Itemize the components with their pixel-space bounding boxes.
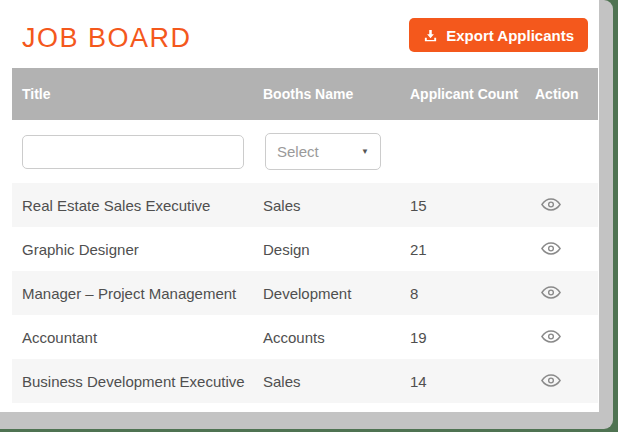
cell-count: 21 <box>400 241 525 258</box>
cell-action <box>525 197 598 214</box>
table-row: Real Estate Sales Executive Sales 15 <box>12 183 598 227</box>
cell-booth: Accounts <box>253 329 400 346</box>
cell-booth: Development <box>253 285 400 302</box>
page-title: JOB BOARD <box>22 18 192 54</box>
download-icon <box>423 28 438 43</box>
eye-icon <box>541 198 561 211</box>
column-header-booths-name: Booths Name <box>253 86 400 102</box>
table-row: Business Development Executive Sales 14 <box>12 359 598 403</box>
cell-booth: Sales <box>253 373 400 390</box>
table-row: Manager – Project Management Development… <box>12 271 598 315</box>
cell-action <box>525 241 598 258</box>
cell-count: 19 <box>400 329 525 346</box>
cell-title: Real Estate Sales Executive <box>12 197 253 214</box>
view-applicants-button[interactable] <box>541 374 561 387</box>
column-header-action: Action <box>525 86 598 102</box>
job-table: Title Booths Name Applicant Count Action… <box>12 68 598 403</box>
table-row: Accountant Accounts 19 <box>12 315 598 359</box>
cell-count: 8 <box>400 285 525 302</box>
table-row: Graphic Designer Design 21 <box>12 227 598 271</box>
export-applicants-button[interactable]: Export Applicants <box>409 18 588 52</box>
export-applicants-label: Export Applicants <box>446 27 574 44</box>
cell-title: Manager – Project Management <box>12 285 253 302</box>
view-applicants-button[interactable] <box>541 242 561 255</box>
cell-booth: Design <box>253 241 400 258</box>
job-board-card: JOB BOARD Export Applicants Title Booths… <box>0 0 599 412</box>
booth-filter-select[interactable]: Select ▼ <box>265 133 381 170</box>
cell-count: 15 <box>400 197 525 214</box>
table-body: Real Estate Sales Executive Sales 15 Gra… <box>12 183 598 403</box>
eye-icon <box>541 330 561 343</box>
cell-count: 14 <box>400 373 525 390</box>
title-filter-input[interactable] <box>22 135 244 169</box>
cell-action <box>525 373 598 390</box>
cell-action <box>525 285 598 302</box>
column-header-title: Title <box>12 86 253 102</box>
cell-title: Graphic Designer <box>12 241 253 258</box>
header-bar: JOB BOARD Export Applicants <box>22 18 588 54</box>
view-applicants-button[interactable] <box>541 286 561 299</box>
filter-row: Select ▼ <box>12 120 598 183</box>
column-header-applicant-count: Applicant Count <box>400 86 525 102</box>
cell-action <box>525 329 598 346</box>
view-applicants-button[interactable] <box>541 330 561 343</box>
eye-icon <box>541 286 561 299</box>
view-applicants-button[interactable] <box>541 198 561 211</box>
cell-title: Business Development Executive <box>12 373 253 390</box>
caret-down-icon: ▼ <box>361 147 369 156</box>
eye-icon <box>541 374 561 387</box>
cell-title: Accountant <box>12 329 253 346</box>
eye-icon <box>541 242 561 255</box>
cell-booth: Sales <box>253 197 400 214</box>
table-header-row: Title Booths Name Applicant Count Action <box>12 68 598 120</box>
booth-filter-select-value: Select <box>277 143 319 160</box>
